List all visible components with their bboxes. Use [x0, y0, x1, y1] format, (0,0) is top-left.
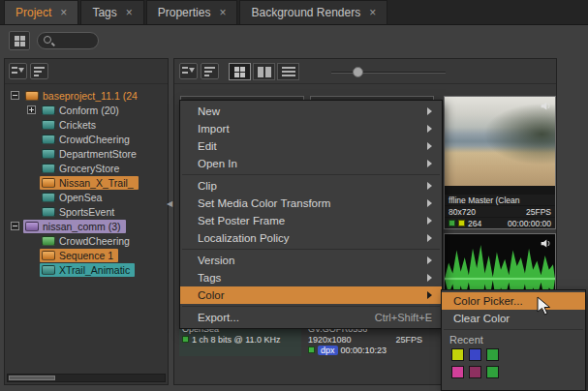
color-swatch[interactable] — [451, 348, 464, 361]
tab-close-icon[interactable]: × — [369, 7, 376, 18]
tab-close-icon[interactable]: × — [126, 7, 133, 18]
panel-collapse-arrow-icon[interactable]: ◀ — [167, 199, 172, 208]
clip-audio-info: 1 ch 8 bits @ 11.0 KHz — [192, 335, 281, 345]
tree-item-conform[interactable]: Conform (20) — [7, 103, 166, 117]
clip-thumbnail-image — [445, 97, 555, 186]
search-field[interactable] — [37, 32, 99, 49]
clip-icon — [42, 120, 55, 130]
view-mode-columns-button[interactable] — [253, 63, 275, 80]
tree-item-opensea[interactable]: OpenSea — [7, 190, 166, 204]
color-swatch[interactable] — [469, 348, 481, 361]
tree-item-crickets[interactable]: Crickets — [7, 117, 166, 132]
collapse-expander-icon[interactable] — [11, 91, 19, 100]
submenu-arrow-icon — [427, 217, 432, 225]
view-layout-button[interactable] — [9, 31, 30, 50]
sort-order-button[interactable] — [30, 63, 48, 79]
tree-item-crowdcheering[interactable]: CrowdCheering — [7, 132, 166, 146]
tree-item-nissan-comm[interactable]: nissan_comm (3) — [7, 219, 166, 233]
menu-item-label: Edit — [198, 140, 217, 152]
view-mode-list-button[interactable] — [277, 63, 299, 80]
tab-properties[interactable]: Properties × — [146, 0, 238, 24]
tree-item-grocerystore[interactable]: GroceryStore — [7, 161, 166, 175]
submenu-arrow-icon — [427, 234, 432, 242]
menu-item-set-poster-frame[interactable]: Set Poster Frame — [180, 212, 442, 229]
search-input[interactable] — [55, 34, 94, 47]
expand-expander-icon[interactable] — [27, 105, 36, 114]
tree-item-label: baseproject_11.1 (24 — [43, 90, 138, 102]
menu-item-localization-policy[interactable]: Localization Policy — [180, 229, 442, 247]
view-mode-grid-button[interactable] — [229, 63, 251, 80]
submenu-item-color-picker[interactable]: Color Picker... — [442, 292, 585, 310]
tree-item-crowdcheering-2[interactable]: CrowdCheering — [7, 233, 166, 248]
clip-title: ffline Master (Clean — [449, 196, 520, 205]
tab-tags[interactable]: Tags × — [80, 0, 143, 24]
thumbnail-size-slider[interactable] — [331, 72, 446, 74]
menu-item-import[interactable]: Import — [180, 120, 442, 137]
menu-item-label: Version — [198, 255, 234, 266]
clip-card-offline-master[interactable]: ffline Master (Clean 80x720 25FPS 264 00… — [444, 96, 556, 229]
menu-item-export[interactable]: Export...Ctrl+Shift+E — [180, 309, 442, 326]
tag-color-chip — [182, 336, 189, 343]
tab-label: Project — [15, 6, 51, 19]
clip-meta-gopro[interactable]: GV.GOPR0556 1920x1080 25FPS dpx 00:00:10… — [305, 323, 425, 368]
menu-item-version[interactable]: Version — [180, 252, 442, 269]
tree-item-label: DepartmentStore — [59, 148, 137, 160]
collapse-expander-icon[interactable] — [11, 222, 19, 230]
sort-alphabetical-button[interactable] — [9, 63, 27, 79]
menu-item-new[interactable]: New — [180, 103, 442, 120]
menu-item-label: Clear Color — [453, 313, 510, 324]
menu-item-label: Color Picker... — [453, 295, 523, 307]
color-submenu: Color Picker... Clear Color Recent — [441, 289, 586, 391]
tree-item-sequence-1[interactable]: Sequence 1 — [7, 248, 166, 262]
menu-item-open-in[interactable]: Open In — [180, 155, 442, 172]
sort-bars-icon — [204, 67, 216, 76]
submenu-item-clear-color[interactable]: Clear Color — [442, 310, 585, 327]
list-view-icon — [282, 67, 295, 77]
slider-thumb[interactable] — [353, 67, 363, 77]
color-swatch[interactable] — [469, 366, 481, 378]
tab-background-renders[interactable]: Background Renders × — [239, 0, 387, 24]
bin-sort-alphabetical-button[interactable] — [179, 63, 198, 79]
menu-shortcut: Ctrl+Shift+E — [375, 312, 432, 323]
tree-item-baseproject[interactable]: baseproject_11.1 (24 — [7, 88, 166, 103]
color-swatch[interactable] — [486, 348, 499, 361]
tab-close-icon[interactable]: × — [60, 7, 67, 18]
menu-item-edit[interactable]: Edit — [180, 137, 442, 155]
context-menu: New Import Edit Open In Clip Set Media C… — [179, 100, 443, 329]
search-icon — [44, 36, 51, 44]
tree-item-departmentstore[interactable]: DepartmentStore — [7, 146, 166, 161]
menu-item-label: Set Media Color Transform — [198, 197, 330, 209]
clip-icon — [42, 135, 55, 144]
tree-item-nissan-x-trail[interactable]: Nissan_X_Trail_ — [7, 175, 166, 190]
tree-item-label: CrowdCheering — [59, 235, 130, 247]
tree-panel-toolbar — [5, 59, 168, 84]
menu-item-label: Clip — [198, 180, 217, 192]
tree-item-xtrail-animatic[interactable]: XTrail_Animatic — [7, 262, 166, 277]
clip-codec: 264 — [468, 219, 481, 228]
tab-close-icon[interactable]: × — [219, 7, 226, 18]
menu-separator — [180, 247, 442, 252]
menu-item-clip[interactable]: Clip — [180, 177, 442, 195]
menu-item-color[interactable]: Color — [180, 286, 442, 304]
tab-project[interactable]: Project × — [4, 0, 78, 24]
horizontal-scrollbar[interactable] — [7, 374, 166, 382]
tree-item-sportsevent[interactable]: SportsEvent — [7, 204, 166, 219]
clip-timecode: 00:00:10:23 — [341, 346, 387, 355]
menu-item-tags[interactable]: Tags — [180, 269, 442, 286]
clip-icon — [42, 207, 55, 217]
menu-item-set-media-color-transform[interactable]: Set Media Color Transform — [180, 195, 442, 212]
menu-item-label: Export... — [198, 312, 239, 323]
recent-color-swatches — [442, 346, 510, 378]
sequence-icon — [42, 251, 55, 260]
scrollbar-thumb[interactable] — [9, 376, 55, 380]
color-swatch[interactable] — [486, 366, 499, 378]
bin-icon — [42, 105, 55, 115]
menu-separator — [180, 172, 442, 177]
project-icon — [25, 91, 39, 101]
bin-sort-order-button[interactable] — [201, 63, 219, 79]
submenu-arrow-icon — [427, 125, 432, 133]
color-swatch[interactable] — [451, 366, 464, 378]
tab-label: Background Renders — [251, 6, 360, 19]
clip-audio-info-row: 1 ch 8 bits @ 11.0 KHz — [179, 334, 301, 345]
submenu-arrow-icon — [427, 107, 432, 115]
